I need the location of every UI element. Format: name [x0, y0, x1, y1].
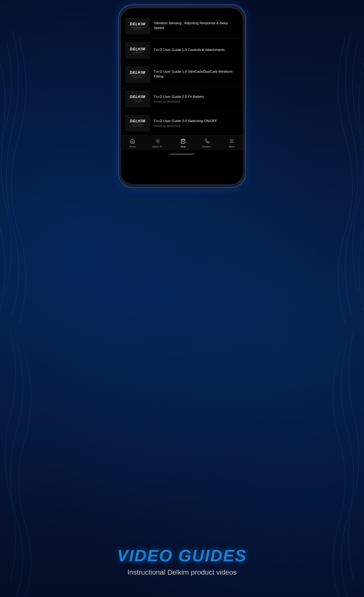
- repairs-icon: [205, 139, 210, 144]
- delkim-logo: DELKIM 1.0 Txi-D Controls: [125, 42, 150, 59]
- delkim-brand: DELKIM: [130, 95, 145, 99]
- video-title: Txi-D User Guide 2.0 Fit Battery: [154, 94, 239, 99]
- video-thumbnail: DELKIM 1.6 Txi-D Fittingthe battery: [125, 91, 150, 107]
- video-thumbnail: DELKIM Adjusting Response andBeep Speed: [125, 18, 150, 34]
- nav-item-spares[interactable]: Spares R...: [150, 138, 166, 149]
- delkim-brand: DELKIM: [130, 119, 145, 123]
- bottom-navigation: Home Spares R...: [121, 135, 243, 150]
- delkim-logo: DELKIM Adjusting Response andBeep Speed: [125, 18, 150, 34]
- nav-item-menu[interactable]: Menu: [226, 138, 237, 149]
- nav-label-menu: Menu: [229, 145, 235, 148]
- list-item[interactable]: DELKIM 1.6 Txi-D Fittingthe battery Txi-…: [121, 87, 243, 111]
- delkim-logo: DELKIM 1.6 SlimCarb/DuoCarbWireform Fitt…: [125, 66, 150, 83]
- svg-point-0: [157, 141, 158, 142]
- delkim-subtitle: 3.0 Txi-D Switchingthe unit on and off: [132, 124, 143, 127]
- video-date: Posted on 06/25/2019: [154, 100, 239, 103]
- home-bar: [170, 154, 194, 155]
- shop-icon: [181, 139, 186, 144]
- nav-label-repairs: Repairs...: [202, 145, 212, 148]
- video-thumbnail: DELKIM 1.0 Txi-D Controls: [125, 42, 150, 59]
- delkim-brand: DELKIM: [130, 47, 145, 51]
- video-info: Txi-D User Guide 1.6 SlimCarb/DuoCarb Wi…: [154, 70, 239, 80]
- video-guides-title: VIDEO GUIDES: [0, 548, 364, 564]
- video-info: Txi-D User Guide 1.0 Controls & Attachme…: [154, 48, 239, 53]
- video-thumbnail: DELKIM 1.6 SlimCarb/DuoCarbWireform Fitt…: [125, 66, 150, 83]
- screen-content: DELKIM Adjusting Response andBeep Speed …: [121, 14, 243, 184]
- spares-icon: [156, 139, 160, 144]
- delkim-logo: DELKIM 1.6 Txi-D Fittingthe battery: [125, 91, 150, 107]
- video-date: Posted on 06/25/2019: [154, 124, 239, 127]
- video-title: Txi-D User Guide 1.0 Controls & Attachme…: [154, 48, 239, 52]
- list-item[interactable]: DELKIM 3.0 Txi-D Switchingthe unit on an…: [121, 111, 243, 135]
- nav-item-repairs[interactable]: Repairs...: [200, 138, 214, 149]
- nav-label-shop: Shop: [180, 145, 186, 148]
- video-info: Txi-D User Guide 2.0 Fit Battery Posted …: [154, 94, 239, 103]
- phone-container: DELKIM Adjusting Response andBeep Speed …: [118, 4, 246, 188]
- video-title: Txi-D User Guide 3.0 Switching ON/OFF: [154, 119, 239, 124]
- video-info: Vibration Sensing , Adjusting Response &…: [154, 21, 239, 31]
- delkim-subtitle: 1.6 Txi-D Fittingthe battery: [133, 100, 142, 103]
- menu-icon: [229, 139, 234, 144]
- delkim-brand: DELKIM: [130, 22, 145, 26]
- video-thumbnail: DELKIM 3.0 Txi-D Switchingthe unit on an…: [125, 115, 150, 131]
- list-item[interactable]: DELKIM Adjusting Response andBeep Speed …: [121, 14, 243, 38]
- video-title: Vibration Sensing , Adjusting Response &…: [154, 21, 239, 31]
- video-info: Txi-D User Guide 3.0 Switching ON/OFF Po…: [154, 119, 239, 127]
- home-icon: [130, 139, 135, 144]
- delkim-subtitle: 1.6 SlimCarb/DuoCarbWireform Fitting: [131, 75, 144, 79]
- video-list: DELKIM Adjusting Response andBeep Speed …: [121, 14, 243, 135]
- delkim-subtitle: Adjusting Response andBeep Speed: [131, 27, 144, 30]
- phone-frame: DELKIM Adjusting Response andBeep Speed …: [118, 4, 246, 188]
- nav-item-home[interactable]: Home: [127, 138, 138, 149]
- nav-label-home: Home: [129, 145, 135, 148]
- phone-screen: DELKIM Adjusting Response andBeep Speed …: [121, 8, 243, 184]
- list-item[interactable]: DELKIM 1.0 Txi-D Controls Txi-D User Gui…: [121, 38, 243, 63]
- home-indicator: [121, 150, 243, 158]
- nav-label-spares: Spares R...: [152, 145, 164, 148]
- video-title: Txi-D User Guide 1.6 SlimCarb/DuoCarb Wi…: [154, 70, 239, 79]
- list-item[interactable]: DELKIM 1.6 SlimCarb/DuoCarbWireform Fitt…: [121, 63, 243, 87]
- delkim-logo: DELKIM 3.0 Txi-D Switchingthe unit on an…: [125, 115, 150, 131]
- phone-notch: [166, 8, 198, 14]
- bottom-section: VIDEO GUIDES Instructional Delkim produc…: [0, 548, 364, 576]
- nav-item-shop[interactable]: Shop: [178, 138, 188, 149]
- video-guides-subtitle: Instructional Delkim product videos: [0, 568, 364, 576]
- delkim-subtitle: 1.0 Txi-D Controls: [133, 52, 142, 54]
- delkim-brand: DELKIM: [130, 71, 145, 74]
